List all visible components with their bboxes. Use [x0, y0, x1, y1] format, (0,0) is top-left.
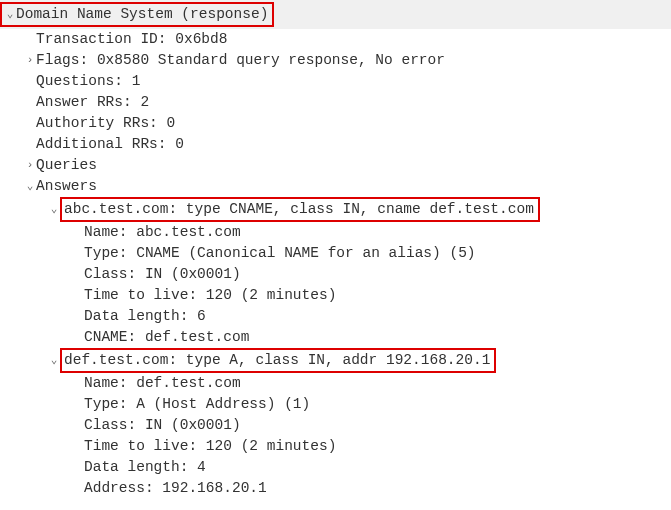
field-label: Data length: 4: [84, 457, 206, 478]
answer-2-name[interactable]: Name: def.test.com: [0, 373, 671, 394]
field-answer-rrs[interactable]: Answer RRs: 2: [0, 92, 671, 113]
answer-1-name[interactable]: Name: abc.test.com: [0, 222, 671, 243]
section-answers[interactable]: ⌄ Answers: [0, 176, 671, 197]
field-label: Questions: 1: [36, 71, 140, 92]
field-label: Transaction ID: 0x6bd8: [36, 29, 227, 50]
dns-header-row[interactable]: ⌄ Domain Name System (response): [0, 0, 671, 29]
answer-2-summary-row[interactable]: ⌄ def.test.com: type A, class IN, addr 1…: [0, 348, 671, 373]
chevron-down-icon[interactable]: ⌄: [48, 353, 60, 369]
field-label: Address: 192.168.20.1: [84, 478, 267, 499]
highlight-box-header: ⌄ Domain Name System (response): [0, 2, 274, 27]
field-label: Type: CNAME (Canonical NAME for an alias…: [84, 243, 476, 264]
answer-2-datalen[interactable]: Data length: 4: [0, 457, 671, 478]
section-label: Queries: [36, 155, 97, 176]
field-label: Authority RRs: 0: [36, 113, 175, 134]
chevron-right-icon[interactable]: ›: [24, 158, 36, 174]
answer-summary: abc.test.com: type CNAME, class IN, cnam…: [64, 199, 534, 220]
field-label: Time to live: 120 (2 minutes): [84, 436, 336, 457]
answer-summary: def.test.com: type A, class IN, addr 192…: [64, 350, 490, 371]
answer-1-type[interactable]: Type: CNAME (Canonical NAME for an alias…: [0, 243, 671, 264]
dns-tree: ⌄ Domain Name System (response) Transact…: [0, 0, 671, 499]
field-label: Additional RRs: 0: [36, 134, 184, 155]
field-questions[interactable]: Questions: 1: [0, 71, 671, 92]
field-label: Class: IN (0x0001): [84, 415, 241, 436]
field-transaction-id[interactable]: Transaction ID: 0x6bd8: [0, 29, 671, 50]
answer-2-address[interactable]: Address: 192.168.20.1: [0, 478, 671, 499]
answer-1-class[interactable]: Class: IN (0x0001): [0, 264, 671, 285]
answer-1-cname[interactable]: CNAME: def.test.com: [0, 327, 671, 348]
field-authority-rrs[interactable]: Authority RRs: 0: [0, 113, 671, 134]
chevron-right-icon[interactable]: ›: [24, 53, 36, 69]
answer-2-ttl[interactable]: Time to live: 120 (2 minutes): [0, 436, 671, 457]
field-label: Type: A (Host Address) (1): [84, 394, 310, 415]
chevron-down-icon[interactable]: ⌄: [24, 179, 36, 195]
answer-2-class[interactable]: Class: IN (0x0001): [0, 415, 671, 436]
chevron-down-icon[interactable]: ⌄: [48, 202, 60, 218]
field-label: Name: def.test.com: [84, 373, 241, 394]
field-label: Class: IN (0x0001): [84, 264, 241, 285]
field-label: Flags: 0x8580 Standard query response, N…: [36, 50, 445, 71]
answer-1-ttl[interactable]: Time to live: 120 (2 minutes): [0, 285, 671, 306]
field-label: CNAME: def.test.com: [84, 327, 249, 348]
field-label: Time to live: 120 (2 minutes): [84, 285, 336, 306]
section-queries[interactable]: › Queries: [0, 155, 671, 176]
chevron-down-icon[interactable]: ⌄: [4, 7, 16, 23]
section-label: Answers: [36, 176, 97, 197]
highlight-box-answer-2: def.test.com: type A, class IN, addr 192…: [60, 348, 496, 373]
answer-2-type[interactable]: Type: A (Host Address) (1): [0, 394, 671, 415]
field-label: Answer RRs: 2: [36, 92, 149, 113]
field-flags[interactable]: › Flags: 0x8580 Standard query response,…: [0, 50, 671, 71]
answer-1-summary-row[interactable]: ⌄ abc.test.com: type CNAME, class IN, cn…: [0, 197, 671, 222]
answer-1-datalen[interactable]: Data length: 6: [0, 306, 671, 327]
highlight-box-answer-1: abc.test.com: type CNAME, class IN, cnam…: [60, 197, 540, 222]
field-additional-rrs[interactable]: Additional RRs: 0: [0, 134, 671, 155]
field-label: Data length: 6: [84, 306, 206, 327]
field-label: Name: abc.test.com: [84, 222, 241, 243]
dns-header-title: Domain Name System (response): [16, 4, 268, 25]
